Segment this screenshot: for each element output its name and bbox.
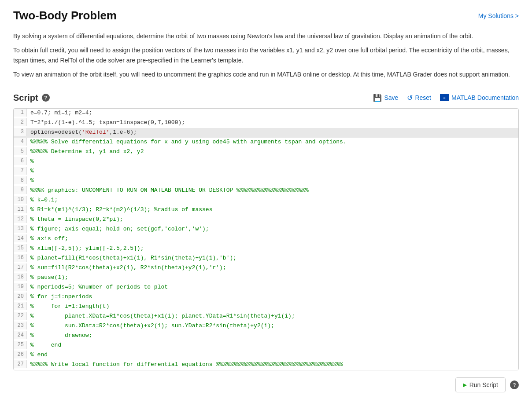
reset-button[interactable]: ↺ Reset	[407, 94, 431, 102]
line-content[interactable]: % drawnow;	[27, 331, 518, 340]
line-content[interactable]: % planet=fill(R1*cos(theta)+x1(1), R1*si…	[27, 254, 518, 262]
line-number: 8	[14, 176, 27, 184]
run-script-button[interactable]: ▶ Run Script	[455, 377, 506, 392]
line-content[interactable]: e=0.7; m1=1; m2=4;	[27, 109, 518, 117]
line-number: 3	[14, 128, 27, 136]
line-number: 20	[14, 293, 27, 300]
line-content[interactable]: options=odeset('RelTol',1.e-6);	[27, 128, 518, 136]
line-number: 11	[14, 205, 27, 213]
matlab-doc-button[interactable]: ≡ MATLAB Documentation	[440, 94, 519, 101]
save-button[interactable]: 💾 Save	[373, 94, 398, 102]
code-line[interactable]: 8%	[14, 176, 518, 186]
page-title: Two-Body Problem	[13, 9, 117, 22]
line-number: 24	[14, 331, 27, 339]
line-number: 27	[14, 360, 27, 368]
line-content[interactable]: % planet.XData=R1*cos(theta)+x1(i); plan…	[27, 312, 518, 320]
run-script-label: Run Script	[469, 381, 498, 388]
line-number: 7	[14, 167, 27, 175]
code-line[interactable]: 25% end	[14, 341, 518, 351]
code-line[interactable]: 10% k=0.1;	[14, 196, 518, 205]
code-line[interactable]: 6%	[14, 157, 518, 167]
code-line[interactable]: 1e=0.7; m1=1; m2=4;	[14, 109, 518, 118]
code-line[interactable]: 7%	[14, 167, 518, 176]
code-line[interactable]: 14% axis off;	[14, 234, 518, 244]
code-line[interactable]: 27%%%%% Write local function for differe…	[14, 360, 518, 370]
code-line[interactable]: 4%%%%% Solve differential equations for …	[14, 138, 518, 147]
line-number: 12	[14, 215, 27, 223]
code-line[interactable]: 20% for j=1:nperiods	[14, 293, 518, 302]
line-content[interactable]: % k=0.1;	[27, 196, 518, 204]
script-actions: 💾 Save ↺ Reset ≡ MATLAB Documentation	[373, 94, 519, 102]
line-content[interactable]: % end	[27, 341, 518, 349]
code-line[interactable]: 23% sun.XData=R2*cos(theta)+x2(i); sun.Y…	[14, 322, 518, 331]
script-title-row: Script ?	[13, 93, 50, 103]
code-line[interactable]: 12% theta = linspace(0,2*pi);	[14, 215, 518, 225]
line-content[interactable]: %%%%% Write local function for different…	[27, 360, 518, 369]
line-content[interactable]: % pause(1);	[27, 273, 518, 282]
line-content[interactable]: % R1=k*(m1)^(1/3); R2=k*(m2)^(1/3); %rad…	[27, 205, 518, 214]
my-solutions-link[interactable]: My Solutions >	[478, 12, 519, 19]
line-number: 6	[14, 157, 27, 165]
bottom-help-icon[interactable]: ?	[510, 380, 519, 389]
code-line[interactable]: 9%%%% graphics: UNCOMMENT TO RUN ON MATL…	[14, 186, 518, 196]
line-content[interactable]: %	[27, 157, 518, 165]
code-line[interactable]: 18% pause(1);	[14, 273, 518, 283]
line-content[interactable]: % for j=1:nperiods	[27, 293, 518, 301]
code-line[interactable]: 26% end	[14, 351, 518, 360]
code-line[interactable]: 21% for i=1:length(t)	[14, 302, 518, 312]
line-content[interactable]: %%%% graphics: UNCOMMENT TO RUN ON MATLA…	[27, 186, 518, 194]
line-number: 21	[14, 302, 27, 310]
line-number: 26	[14, 351, 27, 358]
save-label: Save	[384, 94, 398, 101]
line-number: 19	[14, 283, 27, 291]
line-number: 5	[14, 147, 27, 155]
line-content[interactable]: % end	[27, 351, 518, 359]
code-line[interactable]: 15% xlim([-2,5]); ylim([-2.5,2.5]);	[14, 244, 518, 254]
line-content[interactable]: %%%%% Solve differential equations for x…	[27, 138, 518, 146]
reset-icon: ↺	[407, 94, 413, 102]
line-content[interactable]: %	[27, 176, 518, 185]
line-content[interactable]: % xlim([-2,5]); ylim([-2.5,2.5]);	[27, 244, 518, 252]
description-para2: To obtain full credit, you will need to …	[13, 45, 519, 65]
line-number: 14	[14, 234, 27, 242]
line-number: 1	[14, 109, 27, 117]
script-help-icon[interactable]: ?	[42, 94, 50, 102]
matlab-icon: ≡	[440, 94, 449, 101]
line-number: 13	[14, 225, 27, 233]
line-content[interactable]: %%%%% Determine x1, y1 and x2, y2	[27, 147, 518, 156]
code-editor[interactable]: 1e=0.7; m1=1; m2=4;2T=2*pi./(1-e).^1.5; …	[13, 108, 519, 370]
line-content[interactable]: % theta = linspace(0,2*pi);	[27, 215, 518, 223]
line-number: 15	[14, 244, 27, 252]
line-number: 18	[14, 273, 27, 281]
line-content[interactable]: %	[27, 167, 518, 175]
line-content[interactable]: % figure; axis equal; hold on; set(gcf,'…	[27, 225, 518, 233]
run-icon: ▶	[463, 382, 467, 388]
matlab-doc-label: MATLAB Documentation	[451, 94, 519, 101]
code-line[interactable]: 22% planet.XData=R1*cos(theta)+x1(i); pl…	[14, 312, 518, 322]
code-line[interactable]: 24% drawnow;	[14, 331, 518, 341]
code-line[interactable]: 16% planet=fill(R1*cos(theta)+x1(1), R1*…	[14, 254, 518, 263]
line-content[interactable]: % sun.XData=R2*cos(theta)+x2(i); sun.YDa…	[27, 322, 518, 330]
code-line[interactable]: 5%%%%% Determine x1, y1 and x2, y2	[14, 147, 518, 157]
line-number: 9	[14, 186, 27, 194]
line-number: 23	[14, 322, 27, 329]
bottom-bar: ▶ Run Script ?	[13, 377, 519, 392]
line-content[interactable]: % for i=1:length(t)	[27, 302, 518, 311]
top-bar: Two-Body Problem My Solutions >	[13, 9, 519, 22]
code-line[interactable]: 13% figure; axis equal; hold on; set(gcf…	[14, 225, 518, 234]
line-content[interactable]: % sun=fill(R2*cos(theta)+x2(1), R2*sin(t…	[27, 263, 518, 272]
save-icon: 💾	[373, 94, 382, 102]
line-content[interactable]: T=2*pi./(1-e).^1.5; tspan=linspace(0,T,1…	[27, 118, 518, 127]
line-content[interactable]: % axis off;	[27, 234, 518, 243]
code-line[interactable]: 17% sun=fill(R2*cos(theta)+x2(1), R2*sin…	[14, 263, 518, 273]
line-number: 16	[14, 254, 27, 262]
line-content[interactable]: % nperiods=5; %number of periods to plot	[27, 283, 518, 291]
description-para1: By solving a system of differential equa…	[13, 31, 519, 41]
code-line[interactable]: 19% nperiods=5; %number of periods to pl…	[14, 283, 518, 293]
line-number: 25	[14, 341, 27, 349]
code-line[interactable]: 11% R1=k*(m1)^(1/3); R2=k*(m2)^(1/3); %r…	[14, 205, 518, 215]
line-number: 2	[14, 118, 27, 126]
code-line[interactable]: 3options=odeset('RelTol',1.e-6);	[14, 128, 518, 138]
description-block: By solving a system of differential equa…	[13, 31, 519, 80]
code-line[interactable]: 2T=2*pi./(1-e).^1.5; tspan=linspace(0,T,…	[14, 118, 518, 128]
